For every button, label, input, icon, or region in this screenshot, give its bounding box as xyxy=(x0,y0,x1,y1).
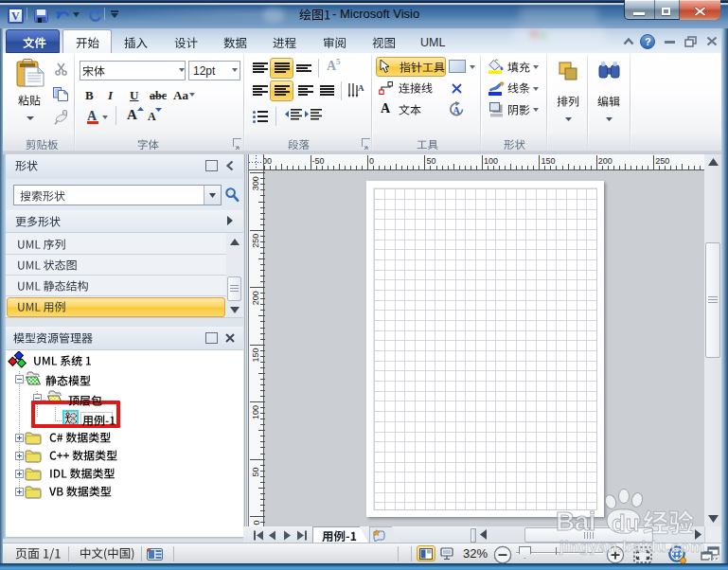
svg-text:150: 150 xyxy=(252,348,261,363)
svg-text:150: 150 xyxy=(541,156,555,166)
svg-text:50: 50 xyxy=(426,156,435,166)
svg-text:250: 250 xyxy=(655,156,669,166)
svg-text:0: 0 xyxy=(252,520,261,525)
svg-text:250: 250 xyxy=(252,234,261,248)
svg-text:100: 100 xyxy=(484,156,498,166)
svg-text:-100: -100 xyxy=(264,156,272,166)
svg-text:50: 50 xyxy=(252,468,261,477)
svg-text:0: 0 xyxy=(369,156,374,166)
svg-text:Bai: Bai xyxy=(556,507,595,536)
svg-text:A: A xyxy=(358,83,364,93)
svg-text:A: A xyxy=(453,105,461,116)
svg-text:-50: -50 xyxy=(312,156,325,166)
svg-text:du: du xyxy=(612,510,639,536)
svg-text:100: 100 xyxy=(252,405,261,419)
svg-text:200: 200 xyxy=(598,156,613,166)
svg-text:200: 200 xyxy=(252,291,261,305)
svg-text:300: 300 xyxy=(252,176,261,190)
